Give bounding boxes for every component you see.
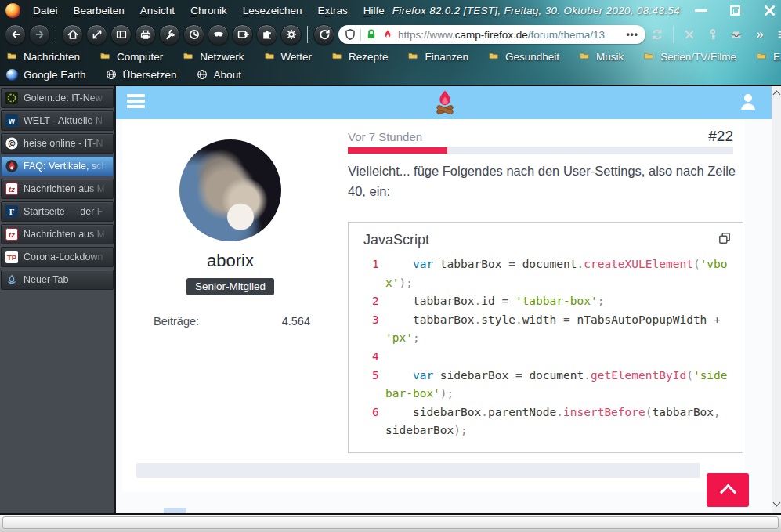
code-text: tabbarBox.style.width = nTabsAutoPopupWi… bbox=[385, 311, 731, 348]
bookmark-google-earth[interactable]: Google Earth bbox=[6, 69, 86, 81]
post-number[interactable]: #22 bbox=[708, 128, 733, 145]
username[interactable]: aborix bbox=[136, 251, 324, 271]
window-controls bbox=[691, 4, 780, 18]
window-title: Firefox 82.0.2 [TEST], Freitag, 30. Okto… bbox=[392, 5, 680, 16]
menu-hilfe[interactable]: Hilfe bbox=[356, 5, 392, 16]
welt-logo-icon: w bbox=[5, 114, 18, 127]
tab-nachrichten-aus-m[interactable]: tzNachrichten aus M bbox=[1, 224, 114, 244]
url-path: /forum/thema/13 bbox=[528, 29, 605, 41]
forum-header bbox=[116, 86, 772, 119]
expand-arrows-button[interactable] bbox=[86, 24, 107, 45]
bookmark-übersetzen[interactable]: Übersetzen bbox=[106, 69, 177, 81]
maximize-button[interactable] bbox=[725, 4, 746, 18]
sidebar-panel-button[interactable] bbox=[110, 24, 132, 45]
tab-startseite-der-f[interactable]: FStartseite — der F bbox=[1, 201, 114, 222]
tz-logo-icon: tz bbox=[5, 183, 18, 195]
bookmark-netzwerk[interactable]: Netzwerk bbox=[183, 51, 244, 63]
back-arrow-button[interactable] bbox=[5, 24, 26, 45]
tools-cross-button[interactable] bbox=[679, 24, 700, 45]
bookmark-wetter[interactable]: Wetter bbox=[264, 51, 313, 63]
url-bar[interactable]: https://www.camp-firefox.de/forum/thema/… bbox=[338, 25, 645, 44]
line-number: 5 bbox=[349, 367, 385, 385]
forward-arrow-button[interactable] bbox=[29, 24, 50, 45]
globe-grid-icon bbox=[106, 69, 118, 81]
user-account-button[interactable] bbox=[738, 92, 758, 115]
forum-menu-button[interactable] bbox=[127, 94, 145, 110]
tab-golem-de-it-new[interactable]: Golem.de: IT-New bbox=[1, 88, 114, 108]
tab-welt-aktuelle-n[interactable]: wWELT - Aktuelle N bbox=[1, 110, 114, 131]
privacy-mask-button[interactable] bbox=[208, 24, 229, 45]
folder-icon bbox=[6, 52, 18, 62]
bookmark-musik[interactable]: Musik bbox=[579, 51, 624, 63]
tab-heise-online-it-n[interactable]: @heise online - IT-N bbox=[1, 133, 114, 154]
menu-extras[interactable]: Extras bbox=[310, 5, 356, 16]
avatar[interactable] bbox=[179, 139, 281, 241]
hamburger-menu-button[interactable] bbox=[773, 24, 781, 45]
code-language-label: JavaScript bbox=[363, 232, 429, 248]
svg-text:F: F bbox=[9, 207, 15, 216]
campfire-logo[interactable] bbox=[433, 89, 457, 118]
tracking-shield-icon[interactable] bbox=[344, 28, 356, 41]
tab-corona-lockdown[interactable]: TPCorona-Lockdown bbox=[1, 247, 114, 267]
code-line: 1 var tabbarBox = document.createXULElem… bbox=[349, 255, 743, 292]
scrollbar-up-arrow[interactable] bbox=[773, 91, 781, 99]
bookmark-computer[interactable]: Computer bbox=[99, 51, 163, 63]
bookmark-label: Gesundheit bbox=[505, 51, 559, 63]
menu-bearbeiten[interactable]: Bearbeiten bbox=[66, 5, 132, 16]
new-tab-plus-button[interactable] bbox=[232, 24, 253, 45]
tz-logo-icon: tz bbox=[5, 228, 18, 241]
reload-button[interactable] bbox=[313, 24, 334, 45]
globe-earth-icon bbox=[6, 69, 18, 81]
bookmark-label: Nachrichten bbox=[24, 51, 80, 63]
bookmark-serien-tv-filme[interactable]: Serien/TV/Filme bbox=[643, 51, 736, 63]
bookmark-gesundheit[interactable]: Gesundheit bbox=[488, 51, 559, 63]
home-button[interactable] bbox=[62, 24, 83, 45]
bookmark-einkaufen[interactable]: Einkaufen bbox=[756, 51, 781, 63]
bookmark-label: Übersetzen bbox=[123, 69, 177, 81]
tab-nachrichten-aus-m[interactable]: tzNachrichten aus M bbox=[1, 179, 114, 199]
printer-button[interactable] bbox=[135, 24, 156, 45]
printer-icon bbox=[139, 28, 152, 41]
menu-lesezeichen[interactable]: Lesezeichen bbox=[235, 5, 310, 16]
post-timestamp[interactable]: Vor 7 Stunden bbox=[348, 130, 422, 143]
key-button[interactable] bbox=[703, 24, 723, 45]
chevron-double-button[interactable]: » bbox=[750, 24, 770, 45]
svg-text:tz: tz bbox=[9, 230, 15, 239]
close-button[interactable] bbox=[760, 4, 780, 18]
menu-chronik[interactable]: Chronik bbox=[183, 5, 235, 16]
history-clock-button[interactable] bbox=[183, 24, 204, 45]
code-text: var tabbarBox = document.createXULElemen… bbox=[385, 255, 731, 292]
sync-arrows-button[interactable] bbox=[647, 24, 667, 45]
tab-label: Corona-Lockdown bbox=[24, 252, 109, 262]
minimize-button[interactable] bbox=[691, 4, 711, 18]
puzzle-piece-button[interactable] bbox=[256, 24, 277, 45]
wrench-button[interactable] bbox=[159, 24, 180, 45]
bookmark-finanzen[interactable]: Finanzen bbox=[407, 51, 468, 63]
bookmark-rezepte[interactable]: Rezepte bbox=[331, 51, 388, 63]
url-text[interactable]: https://www.camp-firefox.de/forum/thema/… bbox=[398, 29, 622, 41]
line-number: 4 bbox=[349, 348, 385, 367]
posts-count: 4.564 bbox=[282, 315, 310, 328]
gear-button[interactable] bbox=[280, 24, 302, 45]
tab-label: Nachrichten aus M bbox=[24, 229, 109, 240]
scrollbar-down-arrow[interactable] bbox=[773, 499, 781, 507]
menu-datei[interactable]: Datei bbox=[25, 5, 66, 16]
scroll-to-top-button[interactable] bbox=[707, 473, 749, 507]
url-scheme: https://www. bbox=[398, 29, 455, 41]
navigation-toolbar: https://www.camp-firefox.de/forum/thema/… bbox=[0, 21, 781, 48]
copy-icon[interactable] bbox=[718, 231, 732, 248]
folder-icon bbox=[264, 52, 276, 62]
tab-label: Golem.de: IT-New bbox=[24, 92, 109, 103]
toolbar-separator bbox=[56, 26, 56, 43]
mail-tray-button[interactable] bbox=[726, 24, 747, 45]
tab-faq-vertikale-sch[interactable]: FAQ: Vertikale, sch bbox=[1, 156, 114, 176]
bookmark-nachrichten[interactable]: Nachrichten bbox=[6, 51, 80, 63]
menu-ansicht[interactable]: Ansicht bbox=[132, 5, 183, 16]
firefox-window: DateiBearbeitenAnsichtChronikLesezeichen… bbox=[0, 0, 781, 532]
url-overflow-dots[interactable]: ••• bbox=[626, 29, 638, 40]
tab-neuer-tab[interactable]: Neuer Tab bbox=[1, 270, 114, 290]
bookmark-about[interactable]: About bbox=[197, 69, 241, 81]
folder-icon bbox=[579, 52, 591, 62]
page-scrollbar[interactable] bbox=[772, 86, 781, 513]
post-divider-bar bbox=[348, 147, 733, 154]
